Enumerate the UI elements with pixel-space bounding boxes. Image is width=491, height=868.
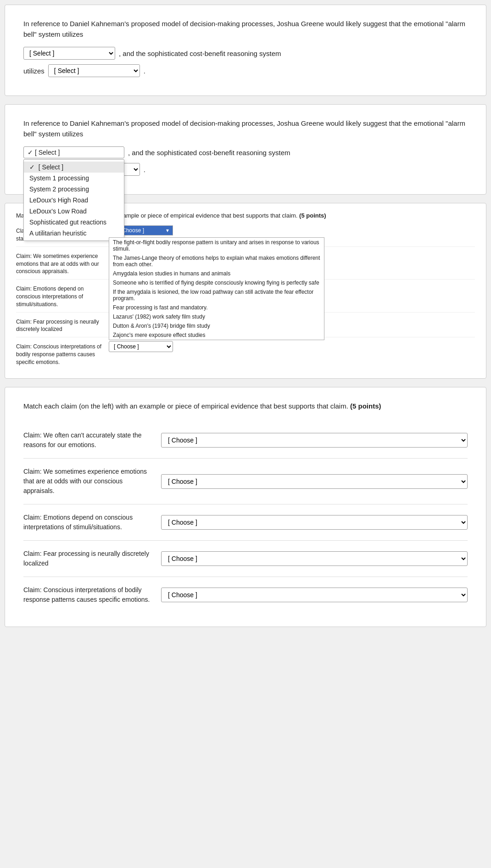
dropdown-item-high-road[interactable]: LeDoux's High Road [24,195,124,206]
odl-item-4[interactable]: Someone who is terrified of flying despi… [109,278,324,287]
chevron-down-icon: ▾ [166,227,169,234]
select-2-q1[interactable]: [ Select ] [48,64,140,77]
odl-item-7[interactable]: Lazarus' (1982) work safety film study [109,312,324,321]
small-claim-5: Claim: Conscious interpretations of bodi… [16,341,103,366]
dropdown-item-low-road[interactable]: LeDoux's Low Road [24,206,124,217]
utilizes-label-1: utilizes [23,67,45,75]
big-match-row-4: Claim: Fear processing is neurally discr… [23,541,468,577]
question-text-2: In reference to Daniel Kahneman's propos… [23,118,468,139]
select-row-2: utilizes [ Select ] . [23,64,468,77]
select-row-1: [ Select ] , and the sophisticated cost-… [23,47,468,60]
odl-item-8[interactable]: Dutton & Aron's (1974) bridge film study [109,321,324,330]
period-1: . [144,67,145,75]
select-1-q1[interactable]: [ Select ] [23,47,115,60]
small-claim-2: Claim: We sometimes experience emotions … [16,251,103,275]
select-shown-label-1: ✓ [ Select ] [28,149,60,156]
small-match-row-5: Claim: Conscious interpretations of bodi… [16,341,475,370]
big-card-points: (5 points) [350,402,381,410]
big-claim-3: Claim: Emotions depend on conscious inte… [23,513,152,532]
dropdown-item-sys2[interactable]: System 2 processing [24,184,124,195]
odl-item-2[interactable]: The James-Lange theory of emotions helps… [109,253,324,269]
period-2: . [144,166,145,174]
big-select-2[interactable]: [ Choose ] The fight-or-flight bodily re… [161,474,468,489]
big-claim-2: Claim: We sometimes experience emotions … [23,467,152,496]
select-shown-1[interactable]: ✓ [ Select ] [23,146,124,158]
big-match-row-3: Claim: Emotions depend on conscious inte… [23,504,468,541]
odl-item-6[interactable]: Fear processing is fast and mandatory. [109,303,324,312]
big-claim-5: Claim: Conscious interpretations of bodi… [23,585,152,605]
dropdown-item-gut[interactable]: Sophisticated gut reactions [24,217,124,228]
big-match-row-1: Claim: We often can't accurately state t… [23,422,468,459]
big-match-row-2: Claim: We sometimes experience emotions … [23,459,468,504]
middle-text-1: , and the sophisticated cost-benefit rea… [119,50,281,57]
big-select-1[interactable]: [ Choose ] The fight-or-flight bodily re… [161,433,468,448]
big-select-3[interactable]: [ Choose ] The fight-or-flight bodily re… [161,515,468,530]
question-text-1: In reference to Daniel Kahneman's propos… [23,19,468,39]
dropdown-1-q2: ✓ [ Select ] ✓ [ Select ] System 1 proce… [23,146,124,158]
small-open-dropdown-list: The fight-or-flight bodily response patt… [109,237,324,340]
dropdown-item-sys1[interactable]: System 1 processing [24,173,124,184]
small-claim-3: Claim: Emotions depend on conscious inte… [16,283,103,308]
big-select-4[interactable]: [ Choose ] The fight-or-flight bodily re… [161,551,468,566]
odl-item-9[interactable]: Zajonc's mere exposure effect studies [109,330,324,340]
dropdown-popup-1: ✓ [ Select ] System 1 processing System … [23,159,124,241]
middle-text-2: , and the sophisticated cost-benefit rea… [128,149,290,157]
big-claim-1: Claim: We often can't accurately state t… [23,431,152,450]
dropdown-item-select[interactable]: ✓ [ Select ] [24,162,124,173]
odl-item-5[interactable]: If the amygdala is lesioned, the low roa… [109,287,324,303]
small-card-points: (5 points) [299,212,326,219]
select-row-3: ✓ [ Select ] ✓ [ Select ] System 1 proce… [23,146,468,158]
big-match-row-5: Claim: Conscious interpretations of bodi… [23,577,468,613]
big-card-title: Match each claim (on the left) with an e… [23,401,468,412]
small-claim-4: Claim: Fear processing is neurally discr… [16,316,103,334]
small-select-5[interactable]: [ Choose ] [109,341,173,352]
odl-item-1[interactable]: The fight-or-flight bodily response patt… [109,238,324,253]
big-claim-4: Claim: Fear processing is neurally discr… [23,549,152,568]
odl-item-3[interactable]: Amygdala lesion studies in humans and an… [109,269,324,278]
question-card-1: In reference to Daniel Kahneman's propos… [5,5,486,96]
big-card-title-text: Match each claim (on the left) with an e… [23,402,348,410]
big-select-5[interactable]: [ Choose ] The fight-or-flight bodily re… [161,588,468,602]
big-match-card: Match each claim (on the left) with an e… [5,387,486,627]
question-card-2: In reference to Daniel Kahneman's propos… [5,104,486,195]
